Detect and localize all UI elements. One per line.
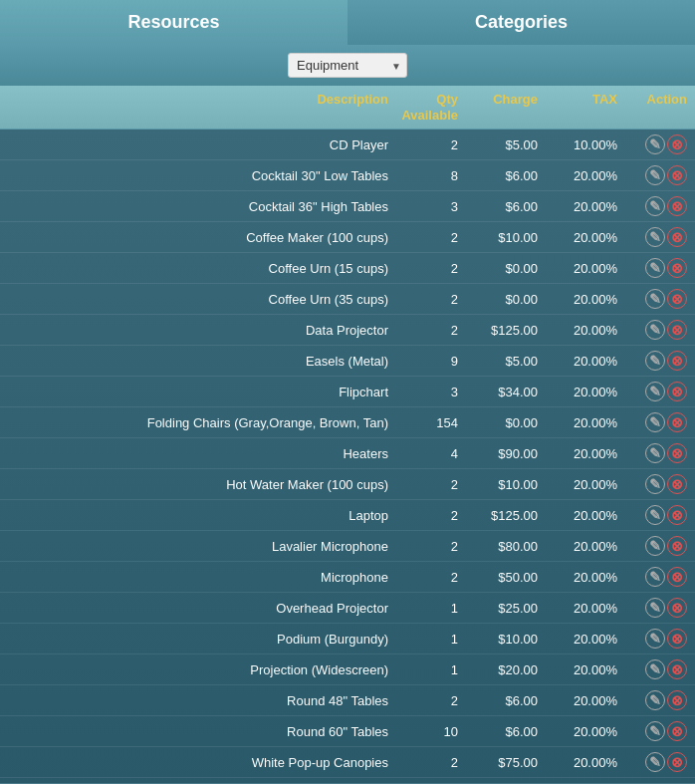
edit-button[interactable]: ✎ bbox=[645, 443, 665, 463]
edit-button[interactable]: ✎ bbox=[645, 320, 665, 340]
table-row: Heaters 4 $90.00 20.00% ✎ ⊗ bbox=[0, 438, 695, 469]
cell-qty: 2 bbox=[388, 477, 458, 492]
edit-button[interactable]: ✎ bbox=[645, 505, 665, 525]
table-row: Laptop 2 $125.00 20.00% ✎ ⊗ bbox=[0, 500, 695, 531]
table-row: Round 60" Tables 10 $6.00 20.00% ✎ ⊗ bbox=[0, 716, 695, 747]
table-row: Coffee Urn (15 cups) 2 $0.00 20.00% ✎ ⊗ bbox=[0, 253, 695, 284]
delete-button[interactable]: ⊗ bbox=[667, 320, 687, 340]
cell-qty: 9 bbox=[388, 354, 458, 369]
cell-tax: 20.00% bbox=[538, 292, 617, 307]
cell-qty: 1 bbox=[388, 632, 458, 647]
cell-action: ✎ ⊗ bbox=[617, 752, 687, 772]
delete-button[interactable]: ⊗ bbox=[667, 227, 687, 247]
delete-button[interactable]: ⊗ bbox=[667, 289, 687, 309]
cell-action: ✎ ⊗ bbox=[617, 505, 687, 525]
cell-tax: 10.00% bbox=[538, 137, 617, 152]
table-row: Podium (Burgundy) 1 $10.00 20.00% ✎ ⊗ bbox=[0, 624, 695, 654]
cell-charge: $90.00 bbox=[458, 446, 538, 461]
cell-description: Podium (Burgundy) bbox=[8, 632, 388, 647]
edit-button[interactable]: ✎ bbox=[645, 258, 665, 278]
cell-tax: 20.00% bbox=[538, 601, 617, 616]
cell-action: ✎ ⊗ bbox=[617, 474, 687, 494]
edit-button[interactable]: ✎ bbox=[645, 752, 665, 772]
tab-resources[interactable]: Resources bbox=[0, 0, 348, 45]
edit-button[interactable]: ✎ bbox=[645, 382, 665, 401]
delete-button[interactable]: ⊗ bbox=[667, 567, 687, 587]
cell-tax: 20.00% bbox=[538, 570, 617, 585]
delete-button[interactable]: ⊗ bbox=[667, 196, 687, 216]
cell-qty: 4 bbox=[388, 446, 458, 461]
edit-button[interactable]: ✎ bbox=[645, 721, 665, 741]
edit-button[interactable]: ✎ bbox=[645, 351, 665, 371]
edit-button[interactable]: ✎ bbox=[645, 289, 665, 309]
edit-button[interactable]: ✎ bbox=[645, 165, 665, 185]
edit-button[interactable]: ✎ bbox=[645, 598, 665, 618]
delete-button[interactable]: ⊗ bbox=[667, 752, 687, 772]
cell-action: ✎ ⊗ bbox=[617, 320, 687, 340]
cell-action: ✎ ⊗ bbox=[617, 690, 687, 710]
delete-button[interactable]: ⊗ bbox=[667, 690, 687, 710]
delete-button[interactable]: ⊗ bbox=[667, 659, 687, 679]
delete-button[interactable]: ⊗ bbox=[667, 505, 687, 525]
cell-charge: $125.00 bbox=[458, 508, 538, 523]
delete-button[interactable]: ⊗ bbox=[667, 598, 687, 618]
cell-tax: 20.00% bbox=[538, 385, 617, 399]
cell-charge: $34.00 bbox=[458, 385, 538, 399]
edit-button[interactable]: ✎ bbox=[645, 196, 665, 216]
edit-button[interactable]: ✎ bbox=[645, 629, 665, 649]
cell-qty: 10 bbox=[388, 724, 458, 739]
cell-tax: 20.00% bbox=[538, 199, 617, 214]
cell-tax: 20.00% bbox=[538, 755, 617, 770]
delete-button[interactable]: ⊗ bbox=[667, 536, 687, 556]
edit-button[interactable]: ✎ bbox=[645, 412, 665, 432]
cell-tax: 20.00% bbox=[538, 477, 617, 492]
cell-qty: 2 bbox=[388, 693, 458, 708]
tab-bar: Resources Categories bbox=[0, 0, 695, 45]
table-header: Description Qty Available Charge TAX Act… bbox=[0, 86, 695, 130]
cell-charge: $0.00 bbox=[458, 261, 538, 276]
edit-button[interactable]: ✎ bbox=[645, 227, 665, 247]
cell-action: ✎ ⊗ bbox=[617, 134, 687, 154]
table-row: Flipchart 3 $34.00 20.00% ✎ ⊗ bbox=[0, 377, 695, 407]
cell-charge: $10.00 bbox=[458, 477, 538, 492]
cell-description: Coffee Maker (100 cups) bbox=[8, 230, 388, 245]
cell-charge: $5.00 bbox=[458, 354, 538, 369]
cell-qty: 154 bbox=[388, 415, 458, 430]
cell-description: Coffee Urn (35 cups) bbox=[8, 292, 388, 307]
cell-qty: 2 bbox=[388, 323, 458, 338]
edit-button[interactable]: ✎ bbox=[645, 536, 665, 556]
header-charge: Charge bbox=[458, 92, 538, 123]
cell-qty: 3 bbox=[388, 385, 458, 399]
category-select[interactable]: EquipmentCateringAudio/VisualFurniture bbox=[288, 53, 407, 78]
cell-qty: 1 bbox=[388, 601, 458, 616]
delete-button[interactable]: ⊗ bbox=[667, 258, 687, 278]
delete-button[interactable]: ⊗ bbox=[667, 134, 687, 154]
cell-qty: 2 bbox=[388, 230, 458, 245]
delete-button[interactable]: ⊗ bbox=[667, 474, 687, 494]
edit-button[interactable]: ✎ bbox=[645, 134, 665, 154]
cell-description: White Pop-up Canopies bbox=[8, 755, 388, 770]
cell-action: ✎ ⊗ bbox=[617, 443, 687, 463]
tab-categories[interactable]: Categories bbox=[348, 0, 695, 45]
cell-description: Flipchart bbox=[8, 385, 388, 399]
delete-button[interactable]: ⊗ bbox=[667, 382, 687, 401]
delete-button[interactable]: ⊗ bbox=[667, 412, 687, 432]
delete-button[interactable]: ⊗ bbox=[667, 721, 687, 741]
cell-action: ✎ ⊗ bbox=[617, 227, 687, 247]
edit-button[interactable]: ✎ bbox=[645, 567, 665, 587]
table-row: Folding Chairs (Gray,Orange, Brown, Tan)… bbox=[0, 407, 695, 438]
cell-qty: 1 bbox=[388, 662, 458, 677]
cell-tax: 20.00% bbox=[538, 539, 617, 554]
cell-action: ✎ ⊗ bbox=[617, 536, 687, 556]
delete-button[interactable]: ⊗ bbox=[667, 165, 687, 185]
edit-button[interactable]: ✎ bbox=[645, 659, 665, 679]
delete-button[interactable]: ⊗ bbox=[667, 629, 687, 649]
cell-qty: 2 bbox=[388, 539, 458, 554]
cell-charge: $25.00 bbox=[458, 601, 538, 616]
delete-button[interactable]: ⊗ bbox=[667, 351, 687, 371]
edit-button[interactable]: ✎ bbox=[645, 690, 665, 710]
cell-description: Laptop bbox=[8, 508, 388, 523]
cell-qty: 2 bbox=[388, 570, 458, 585]
delete-button[interactable]: ⊗ bbox=[667, 443, 687, 463]
edit-button[interactable]: ✎ bbox=[645, 474, 665, 494]
